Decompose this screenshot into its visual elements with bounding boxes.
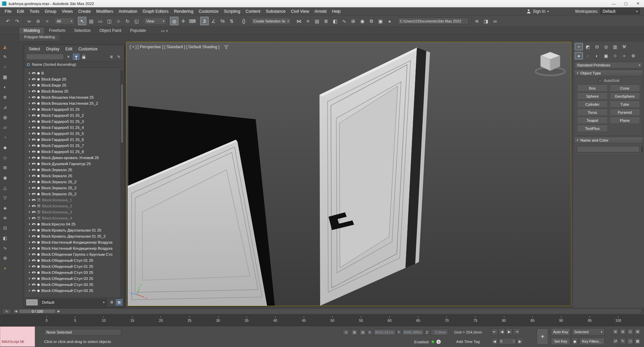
menu-item[interactable]: Graph Editors <box>140 7 171 15</box>
visibility-eye-icon[interactable] <box>32 253 36 256</box>
expand-arrow-icon[interactable] <box>29 157 30 159</box>
waves-tool-icon[interactable]: ≋ <box>1 214 9 221</box>
primitives-category-dropdown[interactable]: Standard Primitives ▾ <box>574 62 643 68</box>
menu-item[interactable]: Animation <box>116 7 140 15</box>
transform-gizmo-icon[interactable]: ⊞ <box>359 329 366 336</box>
menu-item[interactable]: Modifiers <box>93 7 116 15</box>
active-layer-swatch[interactable] <box>26 299 38 306</box>
curve-tool-icon[interactable]: ∿ <box>1 244 9 252</box>
create-tab-icon[interactable]: + <box>575 43 583 50</box>
scene-object-row[interactable]: Block:Обеденный Стул 03 25 <box>29 288 120 294</box>
autogrid-checkbox[interactable] <box>598 79 602 83</box>
visibility-eye-icon[interactable] <box>32 71 36 75</box>
visibility-eye-icon[interactable] <box>32 174 36 178</box>
visibility-eye-icon[interactable] <box>32 192 36 196</box>
edit-columns-icon[interactable]: ✎ <box>116 54 122 60</box>
go-to-start-button[interactable]: ⇤ <box>491 328 498 335</box>
visibility-eye-icon[interactable] <box>32 102 36 105</box>
motion-tab-icon[interactable]: ◎ <box>602 43 610 50</box>
ribbon-tab[interactable]: Object Paint <box>95 27 126 34</box>
expand-arrow-icon[interactable] <box>29 120 30 122</box>
modify-tab-icon[interactable]: ◩ <box>584 43 592 50</box>
visibility-eye-icon[interactable] <box>32 78 36 81</box>
expand-arrow-icon[interactable] <box>29 265 30 267</box>
menu-item[interactable]: Views <box>59 7 76 15</box>
spline-tool-icon[interactable]: ○ <box>1 63 9 70</box>
expand-arrow-icon[interactable] <box>29 223 30 225</box>
visibility-eye-icon[interactable] <box>32 168 36 172</box>
visibility-eye-icon[interactable] <box>32 150 36 154</box>
expand-arrow-icon[interactable] <box>29 271 30 274</box>
scene-object-row[interactable]: Block:Вешалка Настенная 25_2 <box>29 100 120 106</box>
lights-category-icon[interactable]: ◐ <box>593 52 601 59</box>
visibility-eye-icon[interactable] <box>32 90 36 93</box>
object-type-button[interactable]: Cone <box>610 85 640 92</box>
selection-filter-dropdown[interactable]: All ▾ <box>55 17 74 24</box>
scene-object-row[interactable]: Block:Зеркало 25 <box>29 167 120 173</box>
plane-tool-icon[interactable]: ▱ <box>1 123 9 131</box>
expand-arrow-icon[interactable] <box>29 151 30 153</box>
object-type-button[interactable]: Box <box>577 85 608 92</box>
expand-arrow-icon[interactable] <box>29 199 30 201</box>
tri-up-tool-icon[interactable]: △ <box>1 184 9 191</box>
render-setup-icon[interactable]: ⚙ <box>367 17 376 25</box>
visibility-eye-icon[interactable] <box>32 132 36 136</box>
container-explorer-icon[interactable]: ◨ <box>482 17 490 25</box>
scene-object-row[interactable]: Block:Обеденная Группа с Круглым Сто <box>29 251 120 257</box>
crossing-selection-icon[interactable]: ◫ <box>105 17 114 25</box>
utilities-tab-icon[interactable]: ⚒ <box>620 43 628 50</box>
name-color-rollout-header[interactable]: ▾ Name and Color <box>574 137 643 144</box>
object-type-button[interactable]: Sphere <box>577 93 608 100</box>
close-button[interactable]: ✕ <box>632 0 644 7</box>
ribbon-modeling-icon[interactable]: ◭ <box>1 43 9 50</box>
scene-object-row[interactable]: Block:Обеденный Стул 01 25 <box>29 263 120 269</box>
snaps-toggle-icon[interactable]: 3 <box>200 17 209 25</box>
add-tool-icon[interactable]: + <box>1 264 9 272</box>
viewport-label[interactable]: [ + ] [ Perspective ] [ Standard ] [ Def… <box>130 45 219 49</box>
visibility-eye-icon[interactable] <box>32 247 36 250</box>
spinner-snap-icon[interactable]: ⇅ <box>227 17 236 25</box>
toggle-layer-explorer-icon[interactable]: ≣ <box>322 17 330 25</box>
expand-arrow-icon[interactable] <box>29 235 30 237</box>
visibility-eye-icon[interactable] <box>32 216 36 220</box>
scene-object-row[interactable]: Block:Диван-кровать Угловой 25 <box>29 155 120 161</box>
expand-arrow-icon[interactable] <box>29 278 30 280</box>
pick-list-icon[interactable]: ≣ <box>108 54 115 60</box>
redo-icon[interactable]: ↷ <box>13 17 21 25</box>
scene-object-row[interactable]: Block:Биде 25 <box>29 82 120 88</box>
expand-arrow-icon[interactable] <box>29 211 30 213</box>
menu-item[interactable]: Scripting <box>221 7 243 15</box>
expand-arrow-icon[interactable] <box>29 163 30 165</box>
scene-object-row[interactable]: Block:Гардероб 01 25_7 <box>29 143 120 149</box>
graphite-ribbon-icon[interactable]: ◧ <box>331 17 339 25</box>
undo-icon[interactable]: ↶ <box>4 17 12 25</box>
outline-tool-icon[interactable]: ◇ <box>1 154 9 161</box>
spinner-icon[interactable]: ▴▾ <box>513 340 514 343</box>
angle-snap-icon[interactable]: ∠ <box>209 17 218 25</box>
expand-arrow-icon[interactable] <box>29 175 30 177</box>
schematic-view-icon[interactable]: ⊞ <box>349 17 357 25</box>
maxscript-mini-listener[interactable]: MAXScript Mi <box>0 327 35 347</box>
time-slider-handle[interactable]: 0 / 100 <box>19 309 56 313</box>
create-key-button[interactable]: + <box>537 329 548 345</box>
half-square-tool-icon[interactable]: ◧ <box>1 234 9 242</box>
filter-funnel-icon[interactable] <box>73 54 79 60</box>
display-tab-icon[interactable]: ▥ <box>611 43 619 50</box>
track-bar[interactable]: 0 5 10 15 20 25 <box>0 315 644 326</box>
select-and-scale-icon[interactable]: ◱ <box>132 17 141 25</box>
visibility-eye-icon[interactable] <box>32 204 36 208</box>
go-to-end-button[interactable]: ⇥ <box>513 328 520 335</box>
unlink-selection-icon[interactable]: ⊘ <box>34 17 42 25</box>
select-and-rotate-icon[interactable]: ↻ <box>123 17 132 25</box>
scene-explorer-menu[interactable]: Customize <box>76 46 100 52</box>
select-object-icon[interactable]: ↖ <box>78 17 86 25</box>
diamond-tool-icon[interactable]: ◆ <box>1 144 9 151</box>
expand-arrow-icon[interactable] <box>29 102 30 104</box>
visibility-eye-icon[interactable] <box>32 210 36 214</box>
scene-object-row[interactable]: Block:Кресло 04 25 <box>29 221 120 227</box>
scene-object-row[interactable]: Block:Гардероб 01 25 <box>29 106 120 112</box>
zoom-icon[interactable]: ⊕ <box>612 328 619 335</box>
menu-item[interactable]: Content <box>243 7 263 15</box>
visibility-eye-icon[interactable] <box>32 277 36 281</box>
manage-links-icon[interactable]: ∞ <box>491 17 499 25</box>
